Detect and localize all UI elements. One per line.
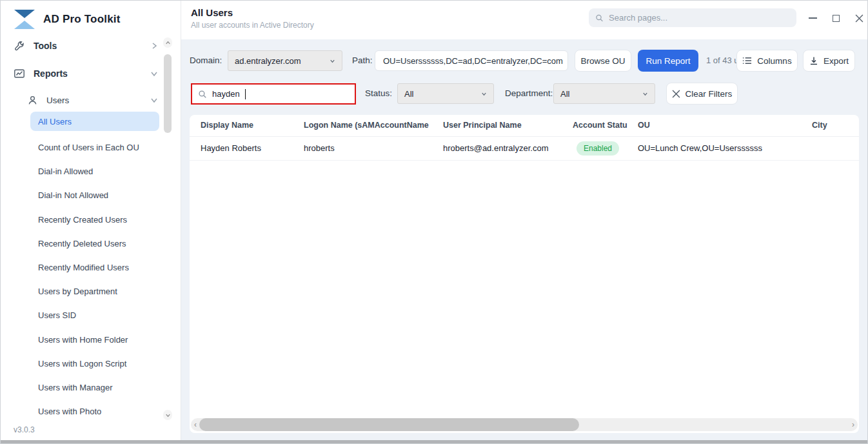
cell-ou: OU=Lunch Crew,OU=Userssssss [638,136,812,160]
sidebar-item-recently-modified[interactable]: Recently Modified Users [30,256,159,279]
page-subtitle: All user accounts in Active Directory [191,21,314,30]
sidebar-item-users[interactable]: Users [26,92,159,108]
scroll-up-icon[interactable] [163,37,172,48]
app-version: v3.0.3 [14,425,35,434]
export-button[interactable]: Export [803,50,855,72]
chevron-down-icon [642,91,648,97]
app-logo-icon [14,10,35,29]
table-row[interactable]: Hayden Roberts hroberts hroberts@ad.entr… [190,136,859,160]
chart-icon [14,68,25,79]
chevron-down-icon [150,69,159,78]
page-title: All Users [191,7,233,18]
cell-display-name: Hayden Roberts [190,136,304,160]
horizontal-scrollbar: ‹ › [191,418,858,431]
minimize-icon [809,17,817,18]
cell-account-status: Enabled [573,136,638,160]
columns-label: Columns [757,56,791,66]
search-icon [595,14,604,23]
reports-users-sublist: All Users Count of Users in Each OU Dial… [30,112,159,423]
results-table-card: Display Name Logon Name (sAMAccountName … [190,115,859,433]
sidebar-scrollbar-thumb[interactable] [164,54,172,133]
sidebar-item-dial-in-allowed[interactable]: Dial-in Allowed [30,159,159,183]
cell-city [812,136,859,160]
clear-filters-label: Clear Filters [686,89,733,99]
close-icon [855,14,863,23]
app-title: AD Pro Toolkit [43,13,121,26]
column-header-ou[interactable]: OU [638,115,812,136]
export-label: Export [824,56,849,66]
sidebar-item-users-with-photo[interactable]: Users with Photo [30,399,159,423]
path-input[interactable]: OU=Userssssss,DC=ad,DC=entralyzer,DC=com [375,50,568,71]
cell-logon-name: hroberts [304,136,443,160]
sidebar: AD Pro Toolkit Tools Reports Users [1,1,181,441]
department-label: Department: [505,83,553,104]
cell-upn: hroberts@ad.entralyzer.com [443,136,573,160]
sidebar-item-label: Reports [34,68,141,79]
path-input-value: OU=Userssssss,DC=ad,DC=entralyzer,DC=com [383,56,563,66]
result-count: 1 of 43 u [706,50,738,71]
status-select-value: All [404,89,481,99]
sidebar-item-recently-deleted[interactable]: Recently Deleted Users [30,232,159,256]
scroll-left-icon[interactable]: ‹ [191,418,200,431]
sidebar-item-recently-created[interactable]: Recently Created Users [30,208,159,232]
export-download-icon [809,56,818,65]
results-table: Display Name Logon Name (sAMAccountName … [190,115,859,161]
user-icon [26,94,38,106]
wrench-icon [14,40,25,52]
sidebar-scrollbar [163,37,172,420]
sidebar-item-tools[interactable]: Tools [14,37,159,54]
sidebar-item-users-logon-script[interactable]: Users with Logon Script [30,352,159,376]
domain-select[interactable]: ad.entralyzer.com [228,50,342,71]
department-select-value: All [560,89,642,99]
column-header-display-name[interactable]: Display Name [190,115,304,136]
sidebar-item-label: Tools [34,41,141,51]
columns-button[interactable]: Columns [736,50,798,72]
column-header-logon-name[interactable]: Logon Name (sAMAccountName [304,115,443,136]
columns-list-icon [742,56,752,65]
department-select[interactable]: All [553,83,655,104]
minimize-button[interactable] [807,12,818,24]
sidebar-item-users-sid[interactable]: Users SID [30,303,159,327]
browse-ou-button[interactable]: Browse OU [575,50,631,72]
sidebar-item-users-with-manager[interactable]: Users with Manager [30,376,159,399]
sidebar-item-reports[interactable]: Reports [14,65,159,82]
chevron-down-icon [150,96,159,105]
search-icon [198,90,207,99]
column-header-upn[interactable]: User Principal Name [443,115,573,136]
sidebar-item-users-home-folder[interactable]: Users with Home Folder [30,328,159,352]
table-header-row: Display Name Logon Name (sAMAccountName … [190,115,859,136]
maximize-button[interactable] [830,12,842,24]
chevron-down-icon [330,58,335,64]
column-header-city[interactable]: City [812,115,859,136]
text-caret [245,89,246,99]
path-label: Path: [352,50,373,71]
close-button[interactable] [853,12,865,24]
status-label: Status: [365,83,392,104]
search-pages-input[interactable] [609,13,790,23]
browse-ou-label: Browse OU [580,56,625,66]
page-header: All Users All user accounts in Active Di… [181,1,867,39]
clear-x-icon [672,90,680,98]
domain-select-value: ad.entralyzer.com [235,56,330,66]
maximize-icon [833,15,840,22]
sidebar-item-all-users[interactable]: All Users [30,112,159,131]
user-search-input[interactable]: hayden [191,83,356,105]
main-content: All Users All user accounts in Active Di… [181,1,867,440]
sidebar-item-count-of-users[interactable]: Count of Users in Each OU [30,136,159,159]
status-select[interactable]: All [397,83,494,104]
horizontal-scrollbar-thumb[interactable] [199,418,579,431]
app-logo: AD Pro Toolkit [14,10,121,29]
scroll-right-icon[interactable]: › [849,418,858,431]
search-pages-box[interactable] [589,8,796,27]
clear-filters-button[interactable]: Clear Filters [666,83,738,105]
user-search-value: hayden [212,89,240,99]
column-header-account-status[interactable]: Account Statu [573,115,638,136]
run-report-button[interactable]: Run Report [638,50,698,72]
window-bottom-edge [1,440,867,443]
chevron-down-icon [481,91,487,97]
scroll-down-icon[interactable] [163,410,172,420]
status-badge: Enabled [577,141,619,156]
domain-label: Domain: [190,50,222,71]
sidebar-item-dial-in-not-allowed[interactable]: Dial-in Not Allowed [30,183,159,207]
sidebar-item-users-by-department[interactable]: Users by Department [30,279,159,303]
